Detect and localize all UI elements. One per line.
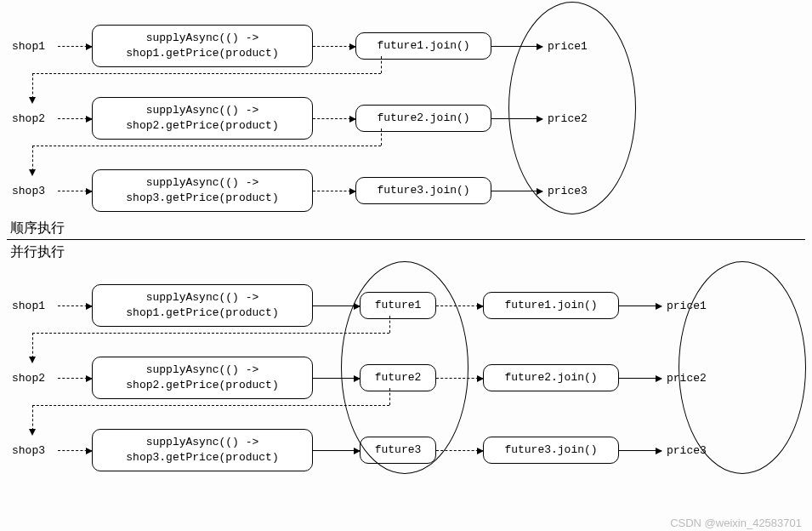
join-box: future1.join() <box>483 292 619 319</box>
seq-row-3: shop3 supplyAsync(() -> shop3.getPrice(p… <box>7 167 602 214</box>
parallel-diagram: shop1 supplyAsync(() -> shop1.getPrice(p… <box>7 266 805 479</box>
future-box: future2 <box>360 364 436 391</box>
join-box: future1.join() <box>355 32 491 60</box>
supply-box: supplyAsync(() -> shop3.getPrice(product… <box>92 169 313 212</box>
connector <box>32 146 381 146</box>
shop-label: shop1 <box>7 300 58 312</box>
connector <box>32 146 33 171</box>
join-box: future3.join() <box>483 437 619 464</box>
code-line: shop1.getPrice(product) <box>126 306 278 319</box>
code-line: shop3.getPrice(product) <box>126 191 278 204</box>
price-label: price2 <box>662 372 721 385</box>
price-label: price3 <box>662 444 721 457</box>
price-label: price1 <box>662 300 721 312</box>
price-label: price2 <box>542 112 602 125</box>
join-box: future2.join() <box>355 105 491 132</box>
arrowhead-icon <box>29 97 36 104</box>
connector <box>32 73 33 99</box>
arrowhead-icon <box>29 429 36 436</box>
shop-label: shop3 <box>7 185 58 197</box>
supply-box: supplyAsync(() -> shop2.getPrice(product… <box>92 97 313 140</box>
supply-box: supplyAsync(() -> shop3.getPrice(product… <box>92 429 313 471</box>
code-line: supplyAsync(() -> <box>146 363 259 376</box>
join-box: future3.join() <box>355 177 491 204</box>
code-line: supplyAsync(() -> <box>146 176 259 189</box>
code-line: supplyAsync(() -> <box>146 436 259 448</box>
connector <box>32 405 33 431</box>
code-line: supplyAsync(() -> <box>146 31 259 44</box>
connector <box>32 333 33 358</box>
shop-label: shop2 <box>7 112 58 125</box>
par-row-2: shop2 supplyAsync(() -> shop2.getPrice(p… <box>7 354 721 402</box>
connector <box>381 128 382 146</box>
supply-box: supplyAsync(() -> shop1.getPrice(product… <box>92 25 313 67</box>
sequential-caption: 顺序执行 <box>10 220 805 237</box>
code-line: shop3.getPrice(product) <box>126 451 278 464</box>
arrowhead-icon <box>29 169 36 176</box>
par-row-3: shop3 supplyAsync(() -> shop3.getPrice(p… <box>7 426 721 474</box>
connector <box>381 56 382 73</box>
sequential-diagram: shop1 supplyAsync(() -> shop1.getPrice(p… <box>7 7 805 203</box>
price-label: price1 <box>542 40 602 53</box>
section-divider <box>7 239 805 240</box>
price-label: price3 <box>542 185 602 197</box>
shop-label: shop1 <box>7 40 58 53</box>
supply-box: supplyAsync(() -> shop2.getPrice(product… <box>92 357 313 399</box>
connector <box>32 73 381 74</box>
code-line: supplyAsync(() -> <box>146 291 259 304</box>
shop-label: shop3 <box>7 444 58 457</box>
arrowhead-icon <box>29 357 36 363</box>
connector <box>32 333 389 334</box>
code-line: supplyAsync(() -> <box>146 104 259 117</box>
connector <box>32 405 389 406</box>
join-box: future2.join() <box>483 364 619 391</box>
seq-row-2: shop2 supplyAsync(() -> shop2.getPrice(p… <box>7 94 602 142</box>
code-line: shop2.getPrice(product) <box>126 379 278 391</box>
connector <box>389 316 390 333</box>
shop-label: shop2 <box>7 372 58 385</box>
future-box: future1 <box>360 292 436 319</box>
code-line: shop2.getPrice(product) <box>126 119 278 132</box>
par-row-1: shop1 supplyAsync(() -> shop1.getPrice(p… <box>7 282 721 329</box>
connector <box>389 388 390 405</box>
seq-row-1: shop1 supplyAsync(() -> shop1.getPrice(p… <box>7 22 602 70</box>
future-box: future3 <box>360 437 436 464</box>
code-line: shop1.getPrice(product) <box>126 47 278 60</box>
parallel-caption: 并行执行 <box>10 243 805 261</box>
supply-box: supplyAsync(() -> shop1.getPrice(product… <box>92 284 313 327</box>
